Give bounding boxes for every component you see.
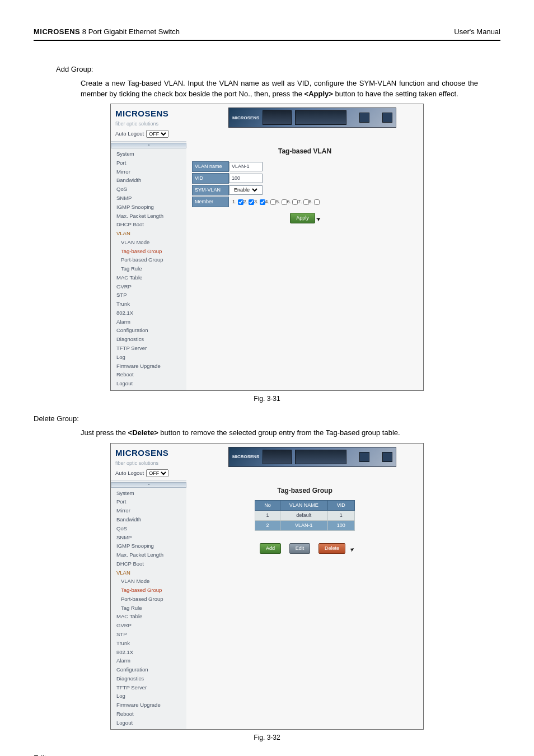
nav-sidebar: ˄ SystemPortMirrorBandwidthQoSSNMPIGMP S… — [111, 480, 186, 730]
nav-item[interactable]: Trunk — [111, 639, 186, 648]
nav-item[interactable]: STP — [111, 630, 186, 639]
nav-item[interactable]: Mirror — [111, 506, 186, 515]
nav-item[interactable]: VLAN Mode — [111, 577, 186, 586]
nav-item[interactable]: Firmware Upgrade — [111, 701, 186, 710]
page-header: MICROSENS 8 Port Gigabit Ethernet Switch… — [34, 27, 500, 41]
member-cell: 7. — [298, 198, 309, 206]
nav-item[interactable]: QoS — [111, 524, 186, 533]
nav-item[interactable]: Firmware Upgrade — [111, 362, 186, 371]
nav-item[interactable]: Reboot — [111, 370, 186, 379]
nav-sidebar: ˄ SystemPortMirrorBandwidthQoSSNMPIGMP S… — [111, 141, 186, 390]
auto-logout-select[interactable]: OFF — [146, 469, 168, 477]
nav-item[interactable]: System — [111, 150, 186, 158]
nav-item[interactable]: TFTP Server — [111, 683, 186, 692]
col-vid: VID — [327, 501, 354, 511]
nav-item[interactable]: Tag-based Group — [111, 586, 186, 595]
nav-item[interactable]: QoS — [111, 185, 186, 194]
member-cell: 1. — [232, 198, 243, 206]
add-group-heading: Add Group: — [56, 64, 500, 75]
nav-item[interactable]: SNMP — [111, 533, 186, 542]
nav-item[interactable]: VLAN — [111, 568, 186, 577]
apply-button[interactable]: Apply — [290, 213, 315, 223]
logo-text: MICROSENS — [115, 447, 168, 459]
delete-button[interactable]: Delete — [318, 543, 345, 554]
logo-subtext: fiber optic solutions — [115, 121, 158, 127]
nav-item[interactable]: System — [111, 489, 186, 498]
nav-item[interactable]: Port — [111, 158, 186, 167]
nav-item[interactable]: Trunk — [111, 300, 186, 309]
logo-text: MICROSENS — [115, 108, 168, 120]
member-cell: 5. — [276, 198, 287, 206]
vid-label: VID — [192, 173, 229, 184]
screenshot-add-group: MICROSENS MICROSENS fiber optic solution… — [110, 104, 424, 390]
member-checkbox[interactable] — [249, 199, 254, 205]
nav-item[interactable]: Bandwidth — [111, 176, 186, 185]
nav-item[interactable]: STP — [111, 291, 186, 300]
nav-item[interactable]: Alarm — [111, 318, 186, 326]
nav-item[interactable]: GVRP — [111, 282, 186, 291]
nav-item[interactable]: Mirror — [111, 167, 186, 176]
delete-group-paragraph: Just press the <Delete> button to remove… — [81, 428, 478, 438]
nav-item[interactable]: MAC Table — [111, 273, 186, 282]
nav-item[interactable]: IGMP Snooping — [111, 542, 186, 550]
nav-item[interactable]: DHCP Boot — [111, 559, 186, 568]
nav-item[interactable]: 802.1X — [111, 309, 186, 318]
nav-item[interactable]: TFTP Server — [111, 344, 186, 353]
edit-group-heading: Edit a group: — [34, 753, 500, 756]
nav-item[interactable]: Log — [111, 692, 186, 701]
member-checkbox[interactable] — [238, 199, 243, 205]
logo-subtext: fiber optic solutions — [115, 460, 158, 466]
nav-item[interactable]: Port-based Group — [111, 255, 186, 264]
nav-item[interactable]: Tag-based Group — [111, 247, 186, 256]
nav-item[interactable]: GVRP — [111, 621, 186, 630]
nav-item[interactable]: Tag Rule — [111, 604, 186, 613]
member-checkbox[interactable] — [270, 199, 276, 205]
vid-input[interactable]: 100 — [229, 174, 263, 183]
sym-vlan-select[interactable]: Enable — [232, 186, 259, 193]
nav-item[interactable]: Diagnostics — [111, 335, 186, 344]
table-row[interactable]: 2VLAN-1100 — [255, 521, 355, 531]
auto-logout-label: Auto Logout — [115, 469, 144, 477]
member-checkbox[interactable] — [292, 199, 298, 205]
nav-item[interactable]: Bandwidth — [111, 515, 186, 524]
table-row[interactable]: 1default1 — [255, 511, 355, 521]
scroll-up-icon[interactable]: ˄ — [111, 483, 186, 489]
member-checkbox[interactable] — [303, 199, 309, 205]
member-cell: 8. — [309, 198, 320, 206]
add-button[interactable]: Add — [260, 543, 281, 554]
nav-item[interactable]: MAC Table — [111, 612, 186, 621]
nav-item[interactable]: SNMP — [111, 194, 186, 203]
screenshot-delete-group: MICROSENS MICROSENS fiber optic solution… — [110, 443, 424, 730]
edit-button[interactable]: Edit — [289, 543, 311, 554]
nav-item[interactable]: Logout — [111, 379, 186, 388]
nav-item[interactable]: Max. Packet Length — [111, 550, 186, 559]
nav-item[interactable]: Alarm — [111, 656, 186, 665]
nav-item[interactable]: 802.1X — [111, 648, 186, 657]
vlan-name-input[interactable]: VLAN-1 — [229, 162, 263, 171]
nav-item[interactable]: Diagnostics — [111, 674, 186, 683]
nav-item[interactable]: Tag Rule — [111, 264, 186, 273]
nav-item[interactable]: Configuration — [111, 326, 186, 335]
flag-icon — [359, 452, 369, 462]
auto-logout-label: Auto Logout — [115, 130, 144, 138]
member-checkbox[interactable] — [282, 199, 287, 205]
member-label: Member — [192, 197, 229, 207]
add-group-paragraph: Create a new Tag-based VLAN. Input the V… — [81, 78, 478, 100]
nav-item[interactable]: Port-based Group — [111, 595, 186, 604]
nav-item[interactable]: Logout — [111, 718, 186, 727]
nav-item[interactable]: Configuration — [111, 665, 186, 674]
cursor-icon: ➤ — [315, 214, 322, 224]
figure-caption-1: Fig. 3-31 — [34, 394, 500, 404]
auto-logout-select[interactable]: OFF — [146, 130, 168, 138]
nav-item[interactable]: VLAN Mode — [111, 238, 186, 247]
member-checkbox[interactable] — [260, 199, 265, 205]
member-checkbox[interactable] — [314, 199, 320, 205]
nav-item[interactable]: VLAN — [111, 229, 186, 238]
nav-item[interactable]: Max. Packet Length — [111, 212, 186, 221]
nav-item[interactable]: DHCP Boot — [111, 220, 186, 229]
nav-item[interactable]: Log — [111, 353, 186, 362]
nav-item[interactable]: Reboot — [111, 710, 186, 718]
scroll-up-icon[interactable]: ˄ — [111, 143, 186, 150]
nav-item[interactable]: Port — [111, 497, 186, 506]
nav-item[interactable]: IGMP Snooping — [111, 203, 186, 212]
